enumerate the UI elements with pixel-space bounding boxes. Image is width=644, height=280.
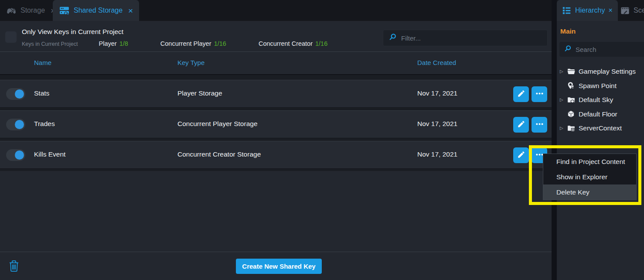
edit-key-button[interactable]	[513, 86, 529, 102]
tab-scene-partial[interactable]: Sce	[615, 0, 644, 21]
column-header-name: Name	[34, 59, 51, 66]
key-enabled-toggle[interactable]	[6, 119, 25, 130]
key-name: Trades	[34, 120, 55, 128]
scene-clapperboard-icon	[620, 6, 630, 16]
hierarchy-search-input[interactable]	[576, 46, 642, 53]
pencil-icon	[517, 150, 525, 160]
menu-item-show-in-explorer[interactable]: Show in Explorer	[543, 169, 636, 184]
edit-key-button[interactable]	[513, 147, 529, 163]
tree-item-label: Default Floor	[579, 110, 617, 118]
key-date-created: Nov 17, 2021	[417, 120, 457, 128]
only-view-keys-checkbox[interactable]	[5, 31, 17, 43]
expand-arrow-icon[interactable]: ▷	[560, 126, 567, 130]
concurrent-creator-counter-value: 1/16	[315, 40, 327, 47]
spawn-point-icon	[567, 82, 576, 90]
top-tab-bar: Storage × Shared Storage ×	[0, 0, 644, 21]
keys-in-project-label: Keys in Current Project	[22, 41, 78, 47]
tree-item-default-sky[interactable]: ▷ Default Sky	[557, 94, 644, 106]
key-context-menu: Find in Project Content Show in Explorer…	[543, 154, 637, 200]
footer-divider	[0, 252, 552, 252]
cube-icon	[567, 110, 576, 119]
tree-item-label: Spawn Point	[579, 82, 617, 90]
tab-storage[interactable]: Storage ×	[0, 0, 61, 21]
ellipsis-icon	[535, 120, 544, 130]
gamepad-hammer-icon	[6, 5, 17, 16]
folder-server-icon	[567, 124, 576, 133]
search-icon	[564, 44, 572, 55]
toggle-knob	[15, 89, 24, 99]
toggle-knob	[15, 120, 24, 129]
player-counter: Player1/8	[99, 40, 128, 47]
menu-item-delete-key[interactable]: Delete Key	[543, 184, 636, 200]
key-type: Player Storage	[177, 89, 222, 97]
folder-sky-icon	[567, 96, 576, 104]
concurrent-player-counter: Concurrent Player1/16	[160, 40, 226, 47]
folder-open-icon	[567, 67, 576, 76]
delete-trash-button[interactable]	[9, 260, 19, 272]
pencil-icon	[517, 89, 525, 99]
key-type: Concurrent Creator Storage	[177, 150, 261, 158]
filter-box	[383, 30, 548, 46]
ellipsis-icon	[535, 89, 544, 100]
key-type: Concurrent Player Storage	[177, 120, 258, 128]
tree-item-label: Default Sky	[579, 96, 613, 104]
only-view-keys-label: Only View Keys in Current Project	[22, 28, 123, 36]
toggle-knob	[15, 150, 24, 160]
panel-divider[interactable]	[552, 0, 557, 280]
tree-item-label: Gameplay Settings	[579, 68, 636, 75]
key-name: Stats	[34, 89, 49, 97]
column-header-date-created: Date Created	[417, 59, 456, 66]
table-row[interactable]: Kills Event Concurrent Creator Storage N…	[0, 141, 552, 169]
player-counter-value: 1/8	[119, 40, 128, 47]
tab-scene-label: Sce	[634, 7, 644, 14]
more-options-button[interactable]	[532, 117, 547, 133]
scene-root-label: Main	[560, 27, 576, 35]
tree-item-gameplay-settings[interactable]: ▷ Gameplay Settings	[557, 65, 644, 77]
key-enabled-toggle[interactable]	[6, 149, 25, 161]
key-date-created: Nov 17, 2021	[417, 89, 457, 97]
shared-storage-icon	[59, 5, 70, 16]
key-name: Kills Event	[34, 150, 65, 158]
create-new-shared-key-button[interactable]: Create New Shared Key	[236, 259, 322, 274]
shared-storage-panel: Only View Keys in Current Project Keys i…	[0, 21, 552, 280]
filter-input[interactable]	[401, 34, 542, 42]
menu-item-find-in-project-content[interactable]: Find in Project Content	[543, 154, 636, 169]
usage-counters: Keys in Current Project Player1/8 Concur…	[22, 40, 360, 47]
column-header-key-type: Key Type	[177, 59, 204, 66]
storage-header: Only View Keys in Current Project Keys i…	[0, 21, 552, 52]
table-column-headers: Name Key Type Date Created	[0, 52, 552, 74]
table-row[interactable]: Stats Player Storage Nov 17, 2021	[0, 80, 552, 108]
key-enabled-toggle[interactable]	[6, 88, 25, 100]
tree-item-label: ServerContext	[579, 124, 622, 132]
search-icon	[388, 33, 397, 43]
key-date-created: Nov 17, 2021	[417, 150, 457, 158]
tab-hierarchy[interactable]: Hierarchy ×	[557, 0, 618, 21]
concurrent-creator-counter: Concurrent Creator1/16	[259, 40, 327, 47]
tree-item-spawn-point[interactable]: Spawn Point	[557, 80, 644, 92]
expand-arrow-icon[interactable]: ▷	[560, 69, 567, 74]
tab-shared-storage-label: Shared Storage	[74, 7, 123, 14]
tab-shared-storage[interactable]: Shared Storage ×	[53, 0, 139, 21]
key-table: Stats Player Storage Nov 17, 2021 Trades…	[0, 74, 552, 171]
hierarchy-panel: Main ▷ Gameplay Settings Spawn Point ▷	[557, 21, 644, 280]
table-row[interactable]: Trades Concurrent Player Storage Nov 17,…	[0, 110, 552, 138]
tree-item-servercontext[interactable]: ▷ ServerContext	[557, 122, 644, 134]
hierarchy-search-box	[559, 42, 644, 57]
pencil-icon	[517, 120, 525, 130]
trash-icon	[9, 266, 19, 273]
edit-key-button[interactable]	[513, 117, 529, 133]
tab-hierarchy-label: Hierarchy	[575, 7, 605, 14]
close-icon[interactable]: ×	[128, 7, 133, 15]
tab-storage-label: Storage	[20, 7, 45, 14]
close-icon[interactable]: ×	[608, 7, 612, 14]
more-options-button[interactable]	[532, 86, 547, 102]
tree-item-default-floor[interactable]: Default Floor	[557, 108, 644, 120]
expand-arrow-icon[interactable]: ▷	[560, 97, 567, 102]
hierarchy-icon	[562, 6, 572, 15]
concurrent-player-counter-value: 1/16	[214, 40, 226, 47]
